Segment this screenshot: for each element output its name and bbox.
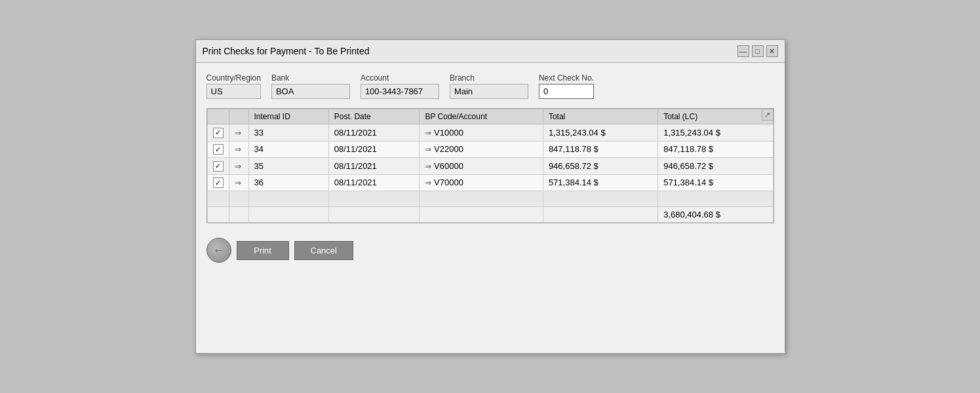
back-button[interactable]: ← <box>206 238 231 263</box>
country-region-value: US <box>206 84 261 99</box>
bp-arrow-icon: ⇒ <box>425 178 431 187</box>
table-header-row: Internal ID Post. Date BP Code/Account T… <box>207 109 773 124</box>
total-empty <box>248 207 328 223</box>
next-check-field: Next Check No. 0 <box>539 73 594 99</box>
window-title: Print Checks for Payment - To Be Printed <box>203 46 370 56</box>
total-empty <box>543 207 657 223</box>
checkbox-icon[interactable]: ✓ <box>213 161 224 172</box>
row-total-lc: 946,658.72 $ <box>658 158 773 175</box>
close-button[interactable]: ✕ <box>766 45 778 57</box>
row-arrow-icon: ⇒ <box>235 128 241 138</box>
empty-cell <box>328 191 420 207</box>
bank-field: Bank BOA <box>271 73 350 99</box>
title-bar: Print Checks for Payment - To Be Printed… <box>196 40 785 63</box>
col-select <box>207 109 229 124</box>
row-post-date: 08/11/2021 <box>328 141 420 158</box>
row-checkbox-cell[interactable]: ✓ <box>207 174 229 191</box>
checkbox-icon[interactable]: ✓ <box>213 128 224 138</box>
bank-label: Bank <box>271 73 350 83</box>
row-total: 847,118.78 $ <box>543 141 657 158</box>
empty-row <box>207 191 773 207</box>
table-row[interactable]: ✓ ⇒ 33 08/11/2021 ⇒ V10000 1,315,243.04 … <box>207 124 773 141</box>
bp-arrow-icon: ⇒ <box>425 128 431 138</box>
row-arrow-cell[interactable]: ⇒ <box>229 174 248 191</box>
total-empty <box>420 207 543 223</box>
row-internal-id: 34 <box>248 141 328 158</box>
col-bp-code: BP Code/Account <box>420 109 543 124</box>
empty-cell <box>207 191 229 207</box>
total-empty <box>229 207 248 223</box>
row-arrow-cell[interactable]: ⇒ <box>229 141 248 158</box>
row-bp-code[interactable]: ⇒ V10000 <box>420 124 543 141</box>
row-post-date: 08/11/2021 <box>328 158 420 175</box>
row-arrow-icon: ⇒ <box>235 178 241 187</box>
checkbox-icon[interactable]: ✓ <box>213 178 224 188</box>
row-checkbox-cell[interactable]: ✓ <box>207 124 229 141</box>
row-arrow-icon: ⇒ <box>235 145 241 154</box>
checkbox-icon[interactable]: ✓ <box>213 144 224 155</box>
row-internal-id: 33 <box>248 124 328 141</box>
country-region-field: Country/Region US <box>206 73 261 99</box>
row-checkbox-cell[interactable]: ✓ <box>207 158 229 175</box>
table-row[interactable]: ✓ ⇒ 36 08/11/2021 ⇒ V70000 571,384.14 $ … <box>207 174 773 191</box>
grand-total-row: 3,680,404.68 $ <box>207 207 773 223</box>
col-post-date: Post. Date <box>328 109 420 124</box>
header-fields: Country/Region US Bank BOA Account 100-3… <box>206 73 774 99</box>
bank-value: BOA <box>271 84 350 99</box>
total-empty <box>207 207 229 223</box>
branch-field: Branch Main <box>450 73 528 99</box>
account-value: 100-3443-7867 <box>361 84 439 99</box>
main-window: Print Checks for Payment - To Be Printed… <box>195 39 785 354</box>
col-internal-id: Internal ID <box>248 109 328 124</box>
row-internal-id: 35 <box>248 158 328 175</box>
restore-button[interactable]: □ <box>752 45 764 57</box>
row-internal-id: 36 <box>248 174 328 191</box>
col-arrow <box>229 109 248 124</box>
window-content: Country/Region US Bank BOA Account 100-3… <box>196 63 785 278</box>
next-check-label: Next Check No. <box>539 73 594 83</box>
table-row[interactable]: ✓ ⇒ 35 08/11/2021 ⇒ V60000 946,658.72 $ … <box>207 158 773 175</box>
branch-value: Main <box>450 84 528 99</box>
row-bp-code[interactable]: ⇒ V70000 <box>420 174 543 191</box>
next-check-value[interactable]: 0 <box>539 84 594 99</box>
account-label: Account <box>361 73 439 83</box>
checks-table-container: ↗ Internal ID Post. Date BP Code/Account… <box>206 108 774 223</box>
account-field: Account 100-3443-7867 <box>361 73 439 99</box>
bp-arrow-icon: ⇒ <box>425 162 431 171</box>
window-controls: — □ ✕ <box>737 45 778 57</box>
empty-cell <box>229 191 248 207</box>
print-button[interactable]: Print <box>237 241 289 260</box>
row-total: 1,315,243.04 $ <box>543 124 657 141</box>
country-region-label: Country/Region <box>206 73 261 83</box>
row-arrow-cell[interactable]: ⇒ <box>229 124 248 141</box>
expand-button[interactable]: ↗ <box>762 109 774 121</box>
back-icon: ← <box>213 244 225 257</box>
row-bp-code[interactable]: ⇒ V22000 <box>420 141 543 158</box>
empty-cell <box>658 191 773 207</box>
row-bp-code[interactable]: ⇒ V60000 <box>420 158 543 175</box>
col-total-lc: Total (LC) <box>658 109 773 124</box>
row-arrow-icon: ⇒ <box>235 162 241 171</box>
bp-arrow-icon: ⇒ <box>425 145 431 154</box>
row-arrow-cell[interactable]: ⇒ <box>229 158 248 175</box>
empty-cell <box>420 191 543 207</box>
row-post-date: 08/11/2021 <box>328 174 420 191</box>
branch-label: Branch <box>450 73 528 83</box>
row-total-lc: 847,118.78 $ <box>658 141 773 158</box>
footer-bar: ← Print Cancel <box>206 233 774 268</box>
row-total-lc: 571,384.14 $ <box>658 174 773 191</box>
grand-total-value: 3,680,404.68 $ <box>658 207 773 223</box>
minimize-button[interactable]: — <box>737 45 749 57</box>
row-checkbox-cell[interactable]: ✓ <box>207 141 229 158</box>
empty-cell <box>248 191 328 207</box>
row-total: 571,384.14 $ <box>543 174 657 191</box>
row-total: 946,658.72 $ <box>543 158 657 175</box>
checks-table: Internal ID Post. Date BP Code/Account T… <box>207 109 774 223</box>
total-empty <box>328 207 420 223</box>
cancel-button[interactable]: Cancel <box>294 241 353 260</box>
col-total: Total <box>543 109 657 124</box>
row-total-lc: 1,315,243.04 $ <box>658 124 773 141</box>
row-post-date: 08/11/2021 <box>328 124 420 141</box>
empty-cell <box>543 191 657 207</box>
table-row[interactable]: ✓ ⇒ 34 08/11/2021 ⇒ V22000 847,118.78 $ … <box>207 141 773 158</box>
